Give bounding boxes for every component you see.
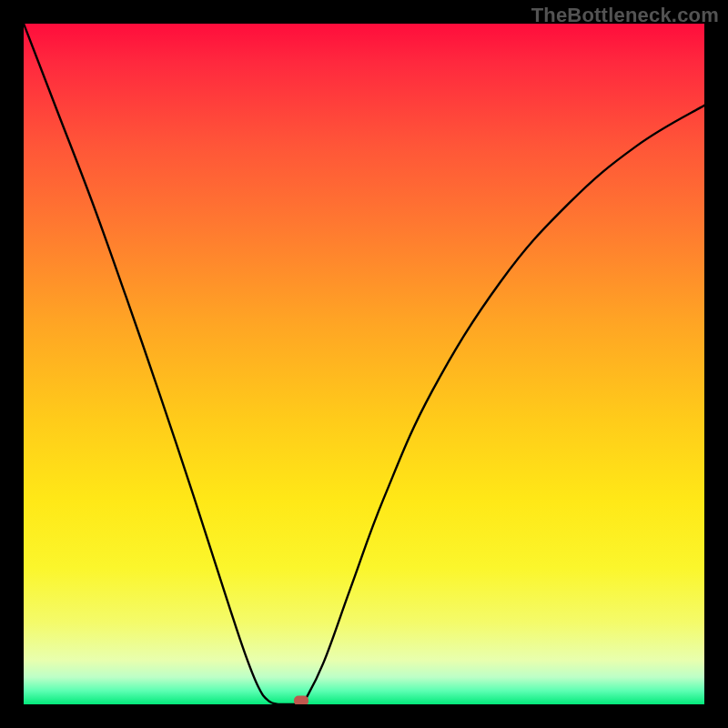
plot-area xyxy=(24,24,704,704)
watermark-text: TheBottleneck.com xyxy=(531,4,719,27)
chart-frame: TheBottleneck.com xyxy=(0,0,728,728)
bottleneck-curve xyxy=(24,24,704,704)
minimum-marker-icon xyxy=(294,696,308,705)
